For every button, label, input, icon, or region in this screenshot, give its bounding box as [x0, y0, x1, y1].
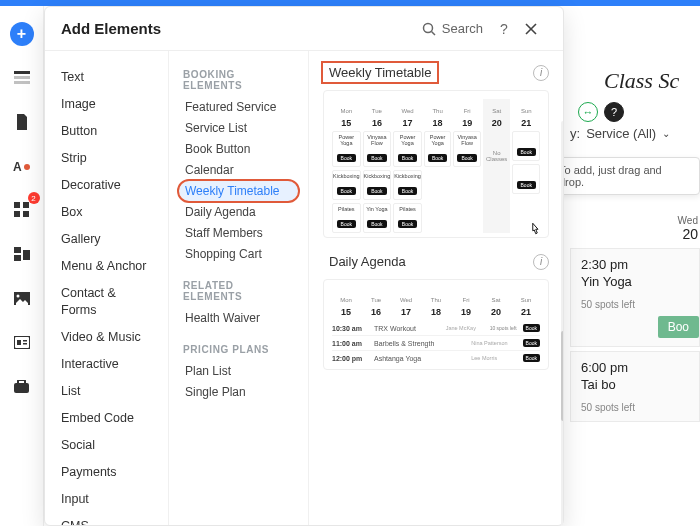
svg-rect-15 [17, 340, 21, 345]
category-menu-anchor[interactable]: Menu & Anchor [45, 254, 168, 279]
service-filter-label: y: [570, 126, 580, 141]
panel-title: Add Elements [61, 20, 161, 37]
element-daily-agenda[interactable]: Daily Agenda [179, 202, 298, 222]
panel-header: Add Elements Search ? [45, 7, 563, 51]
day-name: Sun [521, 108, 532, 114]
element-list: BOOKING ELEMENTS Featured Service Servic… [169, 51, 309, 525]
service-filter[interactable]: y: Service (All) ⌄ [570, 126, 700, 141]
category-input[interactable]: Input [45, 487, 168, 512]
day-name: Mon [340, 108, 352, 114]
pages-icon[interactable] [10, 110, 34, 134]
class-spots: 50 spots left [581, 299, 689, 310]
apps-icon[interactable]: 2 [10, 198, 34, 222]
day-name: Mon [340, 297, 352, 303]
element-weekly-timetable[interactable]: Weekly Timetable [179, 181, 298, 201]
svg-rect-19 [18, 380, 25, 384]
element-book-button[interactable]: Book Button [179, 139, 298, 159]
group-booking-elements: BOOKING ELEMENTS [183, 69, 294, 91]
svg-rect-1 [14, 76, 30, 79]
category-embed-code[interactable]: Embed Code [45, 406, 168, 431]
book-button[interactable]: Boo [658, 316, 699, 338]
slot-title: Power Yoga [333, 134, 360, 146]
day-num: 20 [483, 118, 511, 128]
stretch-icon[interactable]: ↔ [578, 102, 598, 122]
class-spots: 50 spots left [581, 402, 689, 413]
slot-book: Book [398, 154, 417, 162]
svg-rect-11 [23, 250, 30, 260]
category-payments[interactable]: Payments [45, 460, 168, 485]
svg-point-4 [24, 164, 30, 170]
category-box[interactable]: Box [45, 200, 168, 225]
scrollbar[interactable] [561, 121, 563, 525]
slot-title: Yin Yoga [364, 206, 391, 212]
weekly-timetable-preview[interactable]: Mon15 Power YogaBook KickboxingBook Pila… [323, 90, 549, 238]
category-decorative[interactable]: Decorative [45, 173, 168, 198]
service-filter-value: Service (All) [586, 126, 656, 141]
svg-point-20 [423, 23, 432, 32]
agenda-spots [515, 340, 516, 346]
day-name: Thu [432, 108, 442, 114]
class-name: Tai bo [581, 377, 689, 392]
category-interactive[interactable]: Interactive [45, 352, 168, 377]
category-contact-forms[interactable]: Contact & Forms [45, 281, 168, 323]
business-icon[interactable] [10, 374, 34, 398]
svg-text:A: A [13, 160, 22, 173]
category-strip[interactable]: Strip [45, 146, 168, 171]
design-icon[interactable]: A [10, 154, 34, 178]
editor-side-toolbar: + A 2 [0, 6, 44, 526]
info-icon[interactable]: i [533, 65, 549, 81]
group-related-elements: RELATED ELEMENTS [183, 280, 294, 302]
help-button[interactable]: ? [493, 21, 515, 37]
slot-book: Book [337, 154, 356, 162]
category-text[interactable]: Text [45, 65, 168, 90]
class-card[interactable]: 2:30 pm Yin Yoga 50 spots left Boo [570, 248, 700, 347]
media-icon[interactable] [10, 286, 34, 310]
slot-book: Book [367, 220, 386, 228]
element-service-list[interactable]: Service List [179, 118, 298, 138]
agenda-row: 11:00 am Barbells & Strength Nina Patter… [332, 336, 540, 351]
category-cms[interactable]: CMS [45, 514, 168, 525]
preview-weekly-title: Weekly Timetable [323, 63, 437, 82]
element-calendar[interactable]: Calendar [179, 160, 298, 180]
layout-icon[interactable] [10, 242, 34, 266]
day-name: Wed [401, 108, 413, 114]
slot-title: Kickboxing [394, 173, 421, 179]
element-staff-members[interactable]: Staff Members [179, 223, 298, 243]
info-icon[interactable]: i [533, 254, 549, 270]
svg-rect-9 [14, 247, 21, 253]
day-num: 18 [422, 307, 450, 317]
category-button[interactable]: Button [45, 119, 168, 144]
class-card[interactable]: 6:00 pm Tai bo 50 spots left [570, 351, 700, 422]
element-single-plan[interactable]: Single Plan [179, 382, 298, 402]
day-num: 20 [482, 307, 510, 317]
day-name: Fri [464, 108, 471, 114]
category-social[interactable]: Social [45, 433, 168, 458]
slot-title: Power Yoga [425, 134, 451, 146]
daily-agenda-preview[interactable]: Mon15 Tue16 Wed17 Thu18 Fri19 Sat20 Sun2… [323, 279, 549, 370]
category-list-el[interactable]: List [45, 379, 168, 404]
close-button[interactable] [525, 23, 547, 35]
slot-book: Book [398, 220, 417, 228]
element-plan-list[interactable]: Plan List [179, 361, 298, 381]
day-num: 19 [452, 307, 480, 317]
search-button[interactable]: Search [422, 21, 483, 36]
agenda-row: 12:00 pm Ashtanga Yoga Lee Morris Book [332, 351, 540, 365]
element-shopping-cart[interactable]: Shopping Cart [179, 244, 298, 264]
add-elements-button[interactable]: + [10, 22, 34, 46]
sections-icon[interactable] [10, 66, 34, 90]
slot-book: Book [457, 154, 476, 162]
svg-rect-2 [14, 81, 30, 84]
element-health-waiver[interactable]: Health Waiver [179, 308, 298, 328]
svg-line-21 [431, 31, 435, 35]
svg-rect-8 [23, 211, 29, 217]
content-icon[interactable] [10, 330, 34, 354]
help-icon[interactable]: ? [604, 102, 624, 122]
element-featured-service[interactable]: Featured Service [179, 97, 298, 117]
svg-rect-5 [14, 202, 20, 208]
category-gallery[interactable]: Gallery [45, 227, 168, 252]
agenda-meta: Jane McKay [446, 325, 484, 331]
category-image[interactable]: Image [45, 92, 168, 117]
day-num: 17 [392, 307, 420, 317]
svg-rect-6 [23, 202, 29, 208]
category-video-music[interactable]: Video & Music [45, 325, 168, 350]
